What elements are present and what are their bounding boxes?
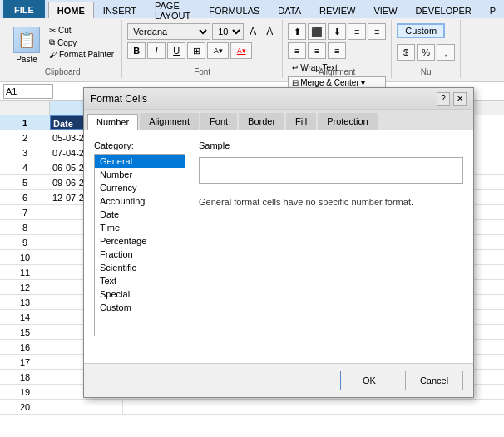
- copy-icon: [49, 37, 55, 47]
- row-num-1[interactable]: 1: [0, 115, 50, 130]
- category-item-general[interactable]: General: [95, 155, 185, 168]
- row-num-14[interactable]: 14: [0, 310, 50, 325]
- merge-dropdown-icon: ▾: [361, 78, 365, 87]
- tab-view[interactable]: VIEW: [364, 2, 406, 18]
- dialog-tab-border[interactable]: Border: [239, 113, 284, 130]
- row-num-17[interactable]: 17: [0, 355, 50, 370]
- italic-button[interactable]: I: [147, 42, 166, 59]
- row-num-8[interactable]: 8: [0, 220, 50, 235]
- border-button[interactable]: ⊞: [187, 42, 205, 59]
- category-item-fraction[interactable]: Fraction: [95, 248, 185, 261]
- font-color-button[interactable]: A▾: [230, 42, 252, 59]
- row-num-6[interactable]: 6: [0, 190, 50, 205]
- tab-file[interactable]: FILE: [3, 0, 45, 18]
- dialog-help-button[interactable]: ?: [437, 92, 450, 106]
- paste-button[interactable]: 📋 Paste: [8, 23, 45, 66]
- font-increase-button[interactable]: A: [245, 23, 260, 40]
- row-num-13[interactable]: 13: [0, 295, 50, 310]
- row-num-2[interactable]: 2: [0, 130, 50, 145]
- name-box[interactable]: [3, 84, 53, 99]
- dialog-tab-alignment[interactable]: Alignment: [140, 113, 199, 130]
- comma-button[interactable]: ,: [437, 44, 455, 61]
- category-item-text[interactable]: Text: [95, 274, 185, 287]
- cell-row-20: [50, 400, 504, 415]
- row-num-3[interactable]: 3: [0, 145, 50, 160]
- formula-divider: [57, 85, 57, 98]
- cancel-button[interactable]: Cancel: [405, 371, 463, 390]
- font-size-select[interactable]: 10: [212, 23, 244, 40]
- category-list[interactable]: GeneralNumberCurrencyAccountingDateTimeP…: [94, 154, 185, 336]
- tab-page-layout[interactable]: PAGE LAYOUT: [146, 2, 200, 18]
- align-left-button[interactable]: ≡: [288, 42, 306, 59]
- font-decrease-button[interactable]: A: [262, 23, 277, 40]
- row-num-19[interactable]: 19: [0, 385, 50, 400]
- category-item-date[interactable]: Date: [95, 208, 185, 221]
- category-item-time[interactable]: Time: [95, 221, 185, 234]
- row-num-7[interactable]: 7: [0, 205, 50, 220]
- tab-data[interactable]: DATA: [269, 2, 310, 18]
- row-num-12[interactable]: 12: [0, 280, 50, 295]
- align-middle-button[interactable]: ⬛: [308, 23, 326, 40]
- sample-label: Sample: [199, 140, 463, 150]
- row-num-16[interactable]: 16: [0, 340, 50, 355]
- row-num-15[interactable]: 15: [0, 325, 50, 340]
- align-bottom-button[interactable]: ⬇: [328, 23, 346, 40]
- row-num-4[interactable]: 4: [0, 160, 50, 175]
- row-num-9[interactable]: 9: [0, 235, 50, 250]
- cell-20-1[interactable]: [50, 400, 123, 414]
- category-label: Category:: [94, 140, 185, 150]
- clipboard-content: 📋 Paste Cut Copy Format Painter: [8, 23, 116, 66]
- tab-developer[interactable]: DEVELOPER: [407, 2, 481, 18]
- number-format-box[interactable]: Custom: [397, 23, 445, 38]
- category-item-percentage[interactable]: Percentage: [95, 234, 185, 248]
- dialog-close-button[interactable]: ✕: [453, 92, 467, 106]
- row-num-5[interactable]: 5: [0, 175, 50, 190]
- dollar-button[interactable]: $: [397, 44, 415, 61]
- indent-decrease-button[interactable]: ≡: [348, 23, 366, 40]
- clipboard-small-btns: Cut Copy Format Painter: [47, 25, 116, 66]
- ribbon: FILE HOME INSERT PAGE LAYOUT FORMULAS DA…: [0, 0, 504, 82]
- font-family-select[interactable]: Verdana: [127, 23, 210, 40]
- scissors-icon: [49, 26, 56, 35]
- row-num-20[interactable]: 20: [0, 400, 50, 415]
- underline-button[interactable]: U: [167, 42, 185, 59]
- row-num-11[interactable]: 11: [0, 265, 50, 280]
- tab-home[interactable]: HOME: [48, 2, 94, 18]
- bold-button[interactable]: B: [127, 42, 146, 59]
- tab-p[interactable]: P: [481, 2, 504, 18]
- category-item-accounting[interactable]: Accounting: [95, 194, 185, 208]
- tab-insert[interactable]: INSERT: [94, 2, 146, 18]
- row-num-18[interactable]: 18: [0, 370, 50, 385]
- clipboard-group: 📋 Paste Cut Copy Format Painter: [3, 20, 122, 78]
- align-right-button[interactable]: ≡: [328, 42, 346, 59]
- dialog-body: Category: GeneralNumberCurrencyAccountin…: [84, 130, 473, 363]
- row-num-10[interactable]: 10: [0, 250, 50, 265]
- category-item-custom[interactable]: Custom: [95, 301, 185, 314]
- align-center-button[interactable]: ≡: [308, 42, 326, 59]
- dialog-tab-number[interactable]: Number: [87, 114, 138, 130]
- dialog-tab-protection[interactable]: Protection: [318, 113, 378, 130]
- ribbon-content: 📋 Paste Cut Copy Format Painter: [0, 18, 504, 81]
- tab-review[interactable]: REVIEW: [310, 2, 364, 18]
- category-item-number[interactable]: Number: [95, 168, 185, 181]
- copy-button[interactable]: Copy: [47, 37, 116, 48]
- dialog-tab-font[interactable]: Font: [200, 113, 237, 130]
- clipboard-label: Clipboard: [3, 67, 121, 76]
- indent-increase-button[interactable]: ≡: [368, 23, 386, 40]
- category-panel: Category: GeneralNumberCurrencyAccountin…: [94, 140, 185, 336]
- font-row2: B I U ⊞ A▾ A▾: [127, 42, 277, 59]
- cut-button[interactable]: Cut: [47, 25, 116, 36]
- category-item-currency[interactable]: Currency: [95, 181, 185, 194]
- format-cells-dialog[interactable]: Format Cells ? ✕ Number Alignment Font B…: [83, 87, 474, 398]
- fill-color-button[interactable]: A▾: [207, 42, 229, 59]
- percent-button[interactable]: %: [417, 44, 435, 61]
- tab-formulas[interactable]: FORMULAS: [200, 2, 269, 18]
- ok-button[interactable]: OK: [340, 371, 398, 390]
- category-item-scientific[interactable]: Scientific: [95, 261, 185, 274]
- dialog-tab-fill[interactable]: Fill: [286, 113, 316, 130]
- sample-description: General format cells have no specific nu…: [199, 197, 463, 207]
- sample-panel: Sample General format cells have no spec…: [199, 140, 463, 336]
- align-top-button[interactable]: ⬆: [288, 23, 306, 40]
- format-painter-button[interactable]: Format Painter: [47, 49, 116, 60]
- category-item-special[interactable]: Special: [95, 287, 185, 301]
